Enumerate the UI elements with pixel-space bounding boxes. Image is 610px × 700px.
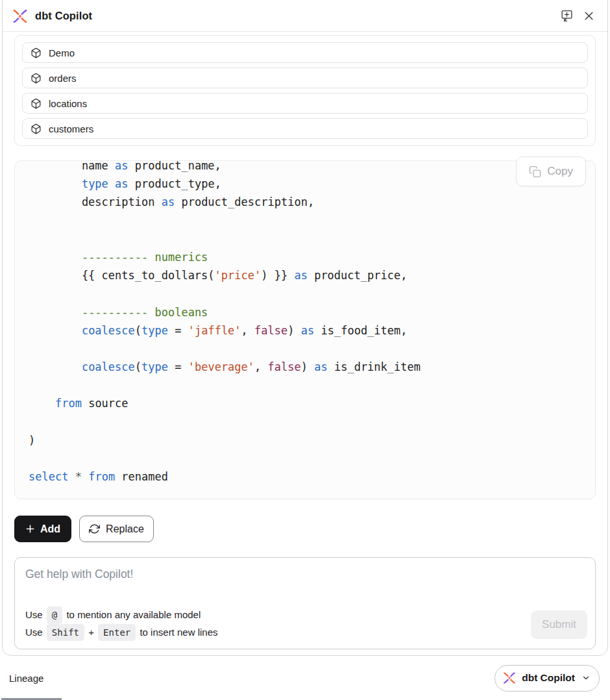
model-chip-label: locations	[49, 98, 87, 109]
submit-button[interactable]: Submit	[531, 610, 587, 639]
code-line	[29, 376, 587, 394]
code-line: type as product_type,	[29, 175, 587, 193]
panel-header: dbt Copilot	[3, 1, 607, 32]
tab-lineage[interactable]: Lineage	[9, 673, 43, 684]
copy-button[interactable]: Copy	[516, 156, 586, 186]
code-line	[29, 284, 587, 303]
code-block: Copy name as product_name, type as produ…	[14, 160, 596, 499]
composer-hints: Use @ to mention any available modelUse …	[25, 606, 218, 641]
replace-button-label: Replace	[106, 523, 144, 535]
refresh-icon	[89, 523, 100, 534]
copy-icon	[529, 166, 541, 178]
actions-row: Add Replace	[14, 516, 596, 542]
model-chip-demo[interactable]: Demo	[22, 42, 588, 63]
copy-button-label: Copy	[547, 165, 573, 178]
composer-hint: Use @ to mention any available model	[25, 606, 218, 624]
code-line: {{ cents_to_dollars('price') }} as produ…	[29, 266, 587, 284]
code-line: )	[29, 431, 587, 449]
model-chip-locations[interactable]: locations	[22, 93, 588, 114]
cube-icon	[30, 47, 42, 58]
add-to-editor-icon[interactable]	[558, 8, 575, 25]
code-line: name as product_name,	[29, 161, 587, 175]
cube-icon	[30, 98, 42, 109]
copilot-selector-button[interactable]: dbt Copilot	[494, 665, 600, 692]
dbt-copilot-logo-icon	[12, 8, 29, 25]
composer-hint: Use Shift + Enter to insert new lines	[25, 624, 218, 642]
model-chip-orders[interactable]: orders	[22, 68, 588, 88]
code-line	[29, 340, 587, 358]
panel-title: dbt Copilot	[35, 10, 92, 22]
dbt-copilot-logo-icon	[502, 671, 517, 685]
code-line: from source	[29, 394, 587, 412]
add-button[interactable]: Add	[14, 516, 71, 542]
plus-icon	[25, 524, 35, 534]
model-chip-label: customers	[49, 123, 93, 134]
input-placeholder: Get help with Copilot!	[25, 568, 585, 581]
code-line: select * from renamed	[29, 468, 587, 486]
kbd-chip: Shift	[47, 624, 84, 642]
code-line: ---------- booleans	[29, 303, 587, 321]
code-line	[29, 413, 587, 431]
panel-body: Demo orders locations customers Copy nam…	[3, 35, 607, 649]
add-button-label: Add	[40, 523, 60, 535]
model-chips-container: Demo orders locations customers	[14, 35, 596, 146]
code-line: ---------- numerics	[29, 248, 587, 266]
model-chip-label: Demo	[49, 47, 75, 58]
code-line	[29, 449, 587, 468]
cube-icon	[30, 123, 42, 134]
replace-button[interactable]: Replace	[79, 516, 154, 542]
code-content: name as product_name, type as product_ty…	[29, 161, 587, 486]
code-line: coalesce(type = 'beverage', false) as is…	[29, 358, 587, 376]
kbd-chip: @	[47, 606, 62, 624]
copilot-panel: dbt Copilot Demo orders	[2, 0, 608, 656]
code-line: coalesce(type = 'jaffle', false) as is_f…	[29, 321, 587, 340]
footer-bar: Lineage dbt Copilot	[0, 656, 610, 700]
chevron-down-icon	[581, 673, 591, 682]
model-chip-label: orders	[49, 73, 77, 84]
code-line	[29, 230, 587, 248]
model-chip-customers[interactable]: customers	[22, 118, 588, 139]
code-line	[29, 212, 587, 230]
copilot-selector-label: dbt Copilot	[522, 672, 575, 684]
kbd-chip: Enter	[98, 624, 136, 642]
close-icon[interactable]	[580, 8, 597, 25]
copilot-input[interactable]: Get help with Copilot! Use @ to mention …	[14, 557, 596, 649]
code-line: description as product_description,	[29, 193, 587, 211]
code-scroll-area[interactable]: name as product_name, type as product_ty…	[29, 161, 587, 486]
cube-icon	[30, 73, 42, 84]
